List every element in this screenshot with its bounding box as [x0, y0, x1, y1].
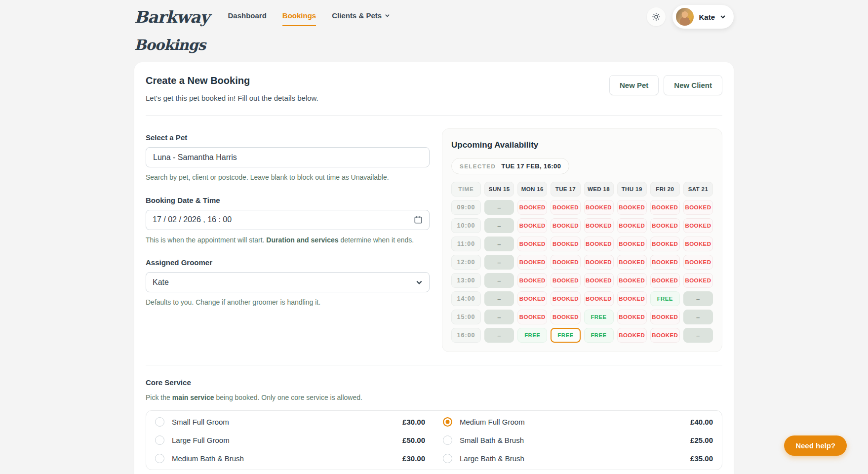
service-name: Small Bath & Brush: [460, 436, 683, 444]
form-column: Select a Pet Search by pet, client or po…: [146, 128, 430, 352]
core-service-section: Core Service Pick the main service being…: [146, 378, 722, 470]
grid-header-day: SAT 21: [683, 182, 713, 197]
avatar: [676, 8, 694, 26]
groomer-value: Kate: [153, 278, 169, 287]
slot-cell-booked: BOOKED: [617, 328, 647, 343]
core-service-options: Small Full Groom£30.00Medium Full Groom£…: [146, 410, 722, 470]
availability-grid: TIMESUN 15MON 16TUE 17WED 18THU 19FRI 20…: [451, 182, 713, 343]
grid-header-day: TUE 17: [551, 182, 580, 197]
calendar-icon[interactable]: [414, 215, 423, 224]
slot-cell-na: –: [683, 291, 713, 306]
sun-icon: [652, 12, 661, 21]
slot-cell-booked: BOOKED: [650, 273, 680, 288]
slot-cell-na: –: [484, 273, 514, 288]
slot-cell-booked: BOOKED: [517, 200, 547, 215]
chevron-down-icon: [720, 14, 726, 20]
slot-cell-na: –: [683, 328, 713, 343]
booking-form: Select a Pet Search by pet, client or po…: [146, 128, 722, 352]
new-client-button[interactable]: New Client: [664, 75, 722, 95]
service-option[interactable]: Small Bath & Brush£25.00: [434, 431, 722, 449]
grid-time-label: 15:00: [451, 310, 481, 324]
slot-cell-booked: BOOKED: [517, 237, 547, 251]
service-price: £40.00: [690, 418, 713, 426]
service-price: £30.00: [402, 454, 425, 463]
nav-clients-pets[interactable]: Clients & Pets: [332, 7, 390, 26]
slot-cell-booked: BOOKED: [551, 237, 580, 251]
service-price: £30.00: [402, 418, 425, 426]
theme-toggle-button[interactable]: [647, 7, 666, 26]
pet-field-label: Select a Pet: [146, 133, 430, 142]
topbar: Barkway Dashboard Bookings Clients & Pet…: [134, 0, 734, 29]
slot-cell-booked: BOOKED: [517, 291, 547, 306]
topbar-right: Kate: [647, 5, 734, 29]
service-option[interactable]: Small Full Groom£30.00: [146, 413, 434, 431]
brand-logo[interactable]: Barkway: [134, 7, 209, 27]
selected-slot-badge: SELECTED TUE 17 FEB, 16:00: [451, 158, 569, 174]
radio-icon[interactable]: [155, 417, 164, 427]
grid-header-day: WED 18: [584, 182, 614, 197]
nav-bookings[interactable]: Bookings: [282, 7, 316, 26]
availability-title: Upcoming Availability: [451, 140, 713, 150]
slot-cell-booked: BOOKED: [517, 218, 547, 233]
slot-cell-free[interactable]: FREE: [584, 310, 614, 324]
pet-search-input[interactable]: [146, 147, 430, 167]
chevron-down-icon: [416, 279, 423, 286]
slot-cell-booked: BOOKED: [650, 200, 680, 215]
grid-header-day: THU 19: [617, 182, 647, 197]
slot-cell-booked: BOOKED: [551, 273, 580, 288]
slot-cell-booked: BOOKED: [683, 255, 713, 270]
radio-icon[interactable]: [443, 435, 452, 445]
selected-label: SELECTED: [460, 163, 496, 169]
slot-cell-selected[interactable]: FREE: [551, 328, 580, 343]
service-option[interactable]: Medium Bath & Brush£30.00: [146, 449, 434, 468]
radio-icon[interactable]: [443, 454, 452, 463]
service-name: Small Full Groom: [172, 418, 395, 426]
slot-cell-free[interactable]: FREE: [584, 328, 614, 343]
grid-header-day: MON 16: [517, 182, 547, 197]
slot-cell-booked: BOOKED: [551, 310, 580, 324]
slot-cell-booked: BOOKED: [551, 255, 580, 270]
create-booking-card: Create a New Booking Let's get this pet …: [134, 62, 734, 474]
service-name: Medium Bath & Brush: [172, 454, 395, 463]
slot-cell-booked: BOOKED: [617, 273, 647, 288]
slot-cell-booked: BOOKED: [650, 218, 680, 233]
slot-cell-booked: BOOKED: [683, 237, 713, 251]
slot-cell-booked: BOOKED: [584, 291, 614, 306]
new-pet-button[interactable]: New Pet: [609, 75, 659, 95]
slot-cell-booked: BOOKED: [683, 200, 713, 215]
slot-cell-booked: BOOKED: [584, 218, 614, 233]
grid-time-label: 16:00: [451, 328, 481, 343]
slot-cell-booked: BOOKED: [584, 237, 614, 251]
service-name: Large Full Groom: [172, 436, 395, 444]
slot-cell-booked: BOOKED: [551, 218, 580, 233]
need-help-button[interactable]: Need help?: [784, 435, 847, 456]
slot-cell-booked: BOOKED: [584, 273, 614, 288]
user-menu[interactable]: Kate: [672, 5, 734, 29]
slot-cell-free[interactable]: FREE: [650, 291, 680, 306]
grid-time-label: 10:00: [451, 218, 481, 233]
slot-cell-booked: BOOKED: [617, 200, 647, 215]
grid-header-day: FRI 20: [650, 182, 680, 197]
radio-icon[interactable]: [155, 435, 164, 445]
slot-cell-na: –: [484, 237, 514, 251]
nav-dashboard[interactable]: Dashboard: [228, 7, 267, 26]
user-name: Kate: [699, 13, 715, 21]
card-title: Create a New Booking: [146, 75, 318, 86]
service-option[interactable]: Medium Full Groom£40.00: [434, 413, 722, 431]
datetime-input[interactable]: 17 / 02 / 2026 , 16 : 00: [146, 210, 430, 230]
nav-clients-pets-label: Clients & Pets: [332, 11, 382, 20]
divider: [146, 365, 722, 365]
slot-cell-booked: BOOKED: [617, 237, 647, 251]
groomer-select[interactable]: Kate: [146, 272, 430, 292]
radio-checked-icon[interactable]: [443, 417, 452, 427]
service-option[interactable]: Large Full Groom£50.00: [146, 431, 434, 449]
radio-icon[interactable]: [155, 454, 164, 463]
slot-cell-booked: BOOKED: [517, 310, 547, 324]
slot-cell-booked: BOOKED: [617, 310, 647, 324]
chevron-down-icon: [385, 13, 390, 18]
slot-cell-free[interactable]: FREE: [517, 328, 547, 343]
service-option[interactable]: Large Bath & Brush£35.00: [434, 449, 722, 468]
card-actions: New Pet New Client: [609, 75, 722, 95]
slot-cell-na: –: [484, 255, 514, 270]
grid-header-day: SUN 15: [484, 182, 514, 197]
